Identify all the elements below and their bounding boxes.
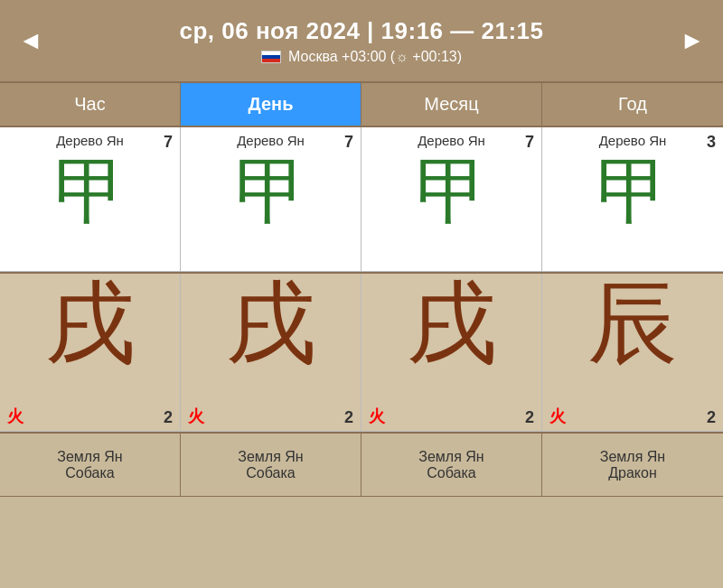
header-center: ср, 06 ноя 2024 | 19:16 — 21:15 Москва +… bbox=[52, 17, 671, 65]
tab-year[interactable]: Год bbox=[542, 83, 723, 126]
stem-number-4: 3 bbox=[707, 133, 716, 152]
branch-footer-1: 火 2 bbox=[4, 406, 176, 427]
branch-number-4: 2 bbox=[707, 408, 716, 427]
next-button[interactable]: ► bbox=[671, 28, 714, 53]
branch-number-1: 2 bbox=[164, 408, 173, 427]
fire-char-3: 火 bbox=[369, 406, 385, 427]
fire-char-2: 火 bbox=[188, 406, 204, 427]
heaven-stem-col-4: Дерево Ян 3 甲 bbox=[542, 127, 723, 272]
flag-icon bbox=[261, 51, 281, 63]
header-timezone: Москва +03:00 (☼ +00:13) bbox=[288, 49, 462, 65]
heaven-stem-col-2: Дерево Ян 7 甲 bbox=[181, 127, 362, 272]
branch-kanji-3: 戌 bbox=[407, 277, 497, 368]
branch-kanji-1: 戌 bbox=[45, 277, 136, 368]
branch-footer-4: 火 2 bbox=[546, 406, 719, 427]
earth-branch-col-4: 辰 火 2 bbox=[542, 274, 723, 432]
desc-col-3: Земля ЯнСобака bbox=[362, 434, 542, 497]
header-title: ср, 06 ноя 2024 | 19:16 — 21:15 bbox=[52, 17, 671, 45]
stem-number-2: 7 bbox=[344, 133, 353, 152]
header: ◄ ср, 06 ноя 2024 | 19:16 — 21:15 Москва… bbox=[0, 0, 723, 81]
tab-day[interactable]: День bbox=[181, 83, 362, 126]
branch-number-2: 2 bbox=[344, 408, 353, 427]
description-row: Земля ЯнСобака Земля ЯнСобака Земля ЯнСо… bbox=[0, 432, 723, 497]
branch-number-3: 2 bbox=[525, 408, 534, 427]
tab-hour[interactable]: Час bbox=[0, 83, 181, 126]
heaven-stem-col-3: Дерево Ян 7 甲 bbox=[362, 127, 542, 272]
stem-number-1: 7 bbox=[164, 133, 173, 152]
stem-number-3: 7 bbox=[525, 133, 534, 152]
stem-kanji-4: 甲 bbox=[596, 155, 669, 228]
fire-char-4: 火 bbox=[549, 406, 566, 427]
stem-label-4: Дерево Ян bbox=[599, 133, 667, 148]
stem-label-2: Дерево Ян bbox=[237, 133, 305, 148]
earth-branch-col-2: 戌 火 2 bbox=[181, 274, 362, 432]
stem-kanji-3: 甲 bbox=[416, 155, 488, 228]
desc-col-4: Земля ЯнДракон bbox=[542, 434, 723, 497]
stem-label-3: Дерево Ян bbox=[418, 133, 485, 148]
stem-label-1: Дерево Ян bbox=[56, 133, 124, 148]
tabs-bar: Час День Месяц Год bbox=[0, 81, 723, 126]
tab-month[interactable]: Месяц bbox=[362, 83, 542, 126]
desc-text-3: Земля ЯнСобака bbox=[418, 449, 484, 481]
desc-col-2: Земля ЯнСобака bbox=[181, 434, 362, 497]
branch-footer-2: 火 2 bbox=[184, 406, 357, 427]
branch-footer-3: 火 2 bbox=[365, 406, 538, 427]
stem-kanji-2: 甲 bbox=[235, 155, 307, 228]
header-subtitle: Москва +03:00 (☼ +00:13) bbox=[52, 49, 671, 65]
prev-button[interactable]: ◄ bbox=[9, 28, 52, 53]
heaven-stems-row: Дерево Ян 7 甲 Дерево Ян 7 甲 Дерево Ян 7 … bbox=[0, 126, 723, 272]
heaven-stem-col-1: Дерево Ян 7 甲 bbox=[0, 127, 181, 272]
branch-kanji-4: 辰 bbox=[587, 277, 678, 368]
fire-char-1: 火 bbox=[7, 406, 23, 427]
branch-kanji-2: 戌 bbox=[226, 277, 316, 368]
desc-text-1: Земля ЯнСобака bbox=[57, 449, 122, 481]
earth-branch-col-1: 戌 火 2 bbox=[0, 274, 181, 432]
desc-text-2: Земля ЯнСобака bbox=[238, 449, 303, 481]
desc-col-1: Земля ЯнСобака bbox=[0, 434, 181, 497]
earth-branch-col-3: 戌 火 2 bbox=[362, 274, 542, 432]
desc-text-4: Земля ЯнДракон bbox=[600, 449, 665, 481]
earth-branches-row: 戌 火 2 戌 火 2 戌 火 2 辰 火 2 bbox=[0, 272, 723, 432]
stem-kanji-1: 甲 bbox=[54, 155, 127, 228]
